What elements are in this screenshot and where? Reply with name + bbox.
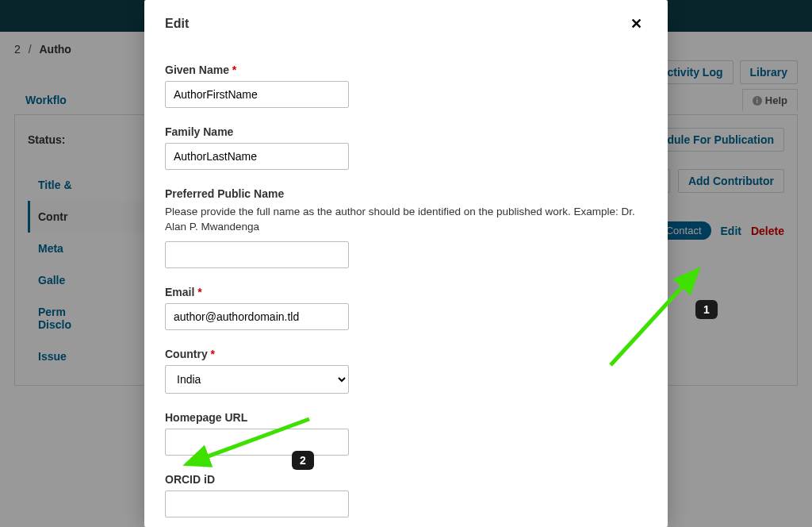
label-text: Email <box>165 286 194 298</box>
annotation-badge-1: 1 <box>695 300 718 319</box>
email-input[interactable] <box>165 303 349 330</box>
label-text: Country <box>165 348 208 360</box>
given-name-input[interactable] <box>165 81 349 108</box>
family-name-group: Family Name <box>165 125 419 170</box>
email-label: Email * <box>165 286 419 298</box>
modal-title: Edit <box>165 17 189 31</box>
email-group: Email * <box>165 286 419 330</box>
label-text: Given Name <box>165 63 229 76</box>
family-name-input[interactable] <box>165 143 349 170</box>
preferred-name-help: Please provide the full name as the auth… <box>165 205 647 235</box>
preferred-name-input[interactable] <box>165 241 349 268</box>
family-name-label: Family Name <box>165 125 419 138</box>
edit-contributor-modal: Edit ✕ Given Name * Family Name Preferre… <box>144 0 668 397</box>
country-select[interactable]: India <box>165 365 349 394</box>
required-marker: * <box>211 348 215 360</box>
country-group: Country * India <box>165 348 419 394</box>
given-name-label: Given Name * <box>165 63 419 76</box>
preferred-name-label: Preferred Public Name <box>165 187 647 200</box>
preferred-name-group: Preferred Public Name Please provide the… <box>165 187 647 268</box>
modal-header: Edit ✕ <box>165 16 647 32</box>
given-name-group: Given Name * <box>165 63 419 108</box>
close-icon[interactable]: ✕ <box>626 16 647 32</box>
required-marker: * <box>232 63 236 76</box>
required-marker: * <box>197 286 201 298</box>
country-label: Country * <box>165 348 419 360</box>
